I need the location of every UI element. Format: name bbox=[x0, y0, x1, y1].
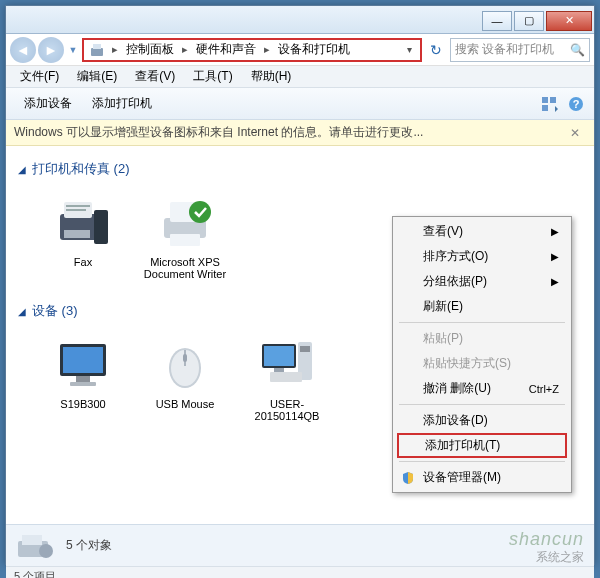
breadcrumb-item[interactable]: 控制面板 bbox=[124, 41, 176, 58]
toolbar-add-device[interactable]: 添加设备 bbox=[14, 91, 82, 116]
fax-icon bbox=[53, 192, 113, 252]
svg-rect-9 bbox=[94, 210, 108, 244]
ctx-add-device[interactable]: 添加设备(D) bbox=[395, 408, 569, 433]
infobar-text: Windows 可以显示增强型设备图标和来自 Internet 的信息。请单击进… bbox=[14, 124, 423, 141]
svg-point-16 bbox=[189, 201, 211, 223]
search-icon[interactable]: 🔍 bbox=[570, 43, 585, 57]
device-mouse[interactable]: USB Mouse bbox=[140, 334, 230, 422]
svg-point-33 bbox=[39, 544, 53, 558]
device-monitor[interactable]: S19B300 bbox=[38, 334, 128, 422]
breadcrumb-item[interactable]: 设备和打印机 bbox=[276, 41, 352, 58]
recent-pages-dropdown[interactable]: ▼ bbox=[66, 38, 80, 62]
device-computer[interactable]: USER-20150114QB bbox=[242, 334, 332, 422]
chevron-right-icon[interactable]: ▸ bbox=[178, 43, 192, 56]
menu-help[interactable]: 帮助(H) bbox=[243, 66, 300, 87]
window-controls: — ▢ ✕ bbox=[482, 9, 594, 31]
svg-rect-15 bbox=[170, 234, 200, 246]
svg-rect-30 bbox=[274, 368, 284, 372]
svg-rect-10 bbox=[64, 230, 90, 238]
collapse-icon[interactable]: ◢ bbox=[18, 306, 26, 317]
watermark-sub: 系统之家 bbox=[536, 549, 584, 566]
view-options-button[interactable] bbox=[540, 94, 560, 114]
forward-button[interactable]: ► bbox=[38, 37, 64, 63]
minimize-button[interactable]: — bbox=[482, 11, 512, 31]
refresh-button[interactable]: ↻ bbox=[424, 38, 448, 62]
menu-edit[interactable]: 编辑(E) bbox=[69, 66, 125, 87]
chevron-right-icon[interactable]: ▸ bbox=[108, 43, 122, 56]
breadcrumb-dropdown[interactable]: ▾ bbox=[403, 44, 416, 55]
section-title: 打印机和传真 (2) bbox=[32, 160, 130, 178]
infobar-close-icon[interactable]: ✕ bbox=[564, 126, 586, 140]
submenu-arrow-icon: ▶ bbox=[551, 226, 559, 237]
svg-rect-3 bbox=[550, 97, 556, 103]
svg-rect-20 bbox=[70, 382, 96, 386]
device-fax[interactable]: Fax bbox=[38, 192, 128, 280]
search-placeholder: 搜索 设备和打印机 bbox=[455, 41, 554, 58]
ctx-paste: 粘贴(P) bbox=[395, 326, 569, 351]
device-label: S19B300 bbox=[38, 398, 128, 410]
svg-rect-4 bbox=[542, 105, 548, 111]
toolbar: 添加设备 添加打印机 ? bbox=[6, 88, 594, 120]
status-text: 5 个对象 bbox=[66, 537, 112, 554]
ctx-add-printer[interactable]: 添加打印机(T) bbox=[397, 433, 567, 458]
context-menu: 查看(V)▶ 排序方式(O)▶ 分组依据(P)▶ 刷新(E) 粘贴(P) 粘贴快… bbox=[392, 216, 572, 493]
details-pane: 5 个对象 bbox=[6, 524, 594, 566]
printer-icon bbox=[155, 192, 215, 252]
device-label: Microsoft XPS Document Writer bbox=[140, 256, 230, 280]
infobar[interactable]: Windows 可以显示增强型设备图标和来自 Internet 的信息。请单击进… bbox=[6, 120, 594, 146]
device-xps-writer[interactable]: Microsoft XPS Document Writer bbox=[140, 192, 230, 280]
computer-icon bbox=[257, 334, 317, 394]
back-button[interactable]: ◄ bbox=[10, 37, 36, 63]
ctx-group[interactable]: 分组依据(P)▶ bbox=[395, 269, 569, 294]
shortcut-label: Ctrl+Z bbox=[529, 383, 559, 395]
submenu-arrow-icon: ▶ bbox=[551, 276, 559, 287]
help-button[interactable]: ? bbox=[566, 94, 586, 114]
search-input[interactable]: 搜索 设备和打印机 🔍 bbox=[450, 38, 590, 62]
submenu-arrow-icon: ▶ bbox=[551, 251, 559, 262]
monitor-icon bbox=[53, 334, 113, 394]
svg-text:?: ? bbox=[573, 98, 580, 110]
ctx-refresh[interactable]: 刷新(E) bbox=[395, 294, 569, 319]
titlebar[interactable]: — ▢ ✕ bbox=[6, 6, 594, 34]
collapse-icon[interactable]: ◢ bbox=[18, 164, 26, 175]
maximize-button[interactable]: ▢ bbox=[514, 11, 544, 31]
device-label: USER-20150114QB bbox=[242, 398, 332, 422]
toolbar-add-printer[interactable]: 添加打印机 bbox=[82, 91, 162, 116]
ctx-view[interactable]: 查看(V)▶ bbox=[395, 219, 569, 244]
separator bbox=[399, 461, 565, 462]
navbar: ◄ ► ▼ ▸ 控制面板 ▸ 硬件和声音 ▸ 设备和打印机 ▾ ↻ 搜索 设备和… bbox=[6, 34, 594, 66]
svg-rect-19 bbox=[76, 376, 90, 382]
chevron-right-icon[interactable]: ▸ bbox=[260, 43, 274, 56]
separator bbox=[399, 322, 565, 323]
menubar: 文件(F) 编辑(E) 查看(V) 工具(T) 帮助(H) bbox=[6, 66, 594, 88]
breadcrumb[interactable]: ▸ 控制面板 ▸ 硬件和声音 ▸ 设备和打印机 ▾ bbox=[82, 38, 422, 62]
close-button[interactable]: ✕ bbox=[546, 11, 592, 31]
menu-tools[interactable]: 工具(T) bbox=[185, 66, 240, 87]
mouse-icon bbox=[155, 334, 215, 394]
svg-rect-1 bbox=[93, 44, 101, 49]
devices-printers-icon bbox=[88, 41, 106, 59]
svg-rect-32 bbox=[22, 535, 42, 545]
device-label: Fax bbox=[38, 256, 128, 268]
ctx-device-manager[interactable]: 设备管理器(M) bbox=[395, 465, 569, 490]
device-label: USB Mouse bbox=[140, 398, 230, 410]
separator bbox=[399, 404, 565, 405]
statusbar: 5 个项目 bbox=[6, 566, 594, 578]
svg-rect-29 bbox=[270, 372, 302, 382]
svg-rect-28 bbox=[300, 346, 310, 352]
breadcrumb-item[interactable]: 硬件和声音 bbox=[194, 41, 258, 58]
ctx-undo-delete[interactable]: 撤消 删除(U)Ctrl+Z bbox=[395, 376, 569, 401]
svg-rect-11 bbox=[66, 205, 90, 207]
section-printers[interactable]: ◢ 打印机和传真 (2) bbox=[18, 154, 582, 184]
svg-rect-18 bbox=[63, 347, 103, 373]
explorer-window: — ▢ ✕ ◄ ► ▼ ▸ 控制面板 ▸ 硬件和声音 ▸ 设备和打印机 ▾ ↻ … bbox=[5, 5, 595, 565]
svg-rect-2 bbox=[542, 97, 548, 103]
ctx-paste-shortcut: 粘贴快捷方式(S) bbox=[395, 351, 569, 376]
menu-file[interactable]: 文件(F) bbox=[12, 66, 67, 87]
svg-rect-24 bbox=[183, 354, 187, 362]
watermark: shancun bbox=[509, 529, 584, 550]
menu-view[interactable]: 查看(V) bbox=[127, 66, 183, 87]
svg-rect-12 bbox=[66, 209, 86, 211]
ctx-sort[interactable]: 排序方式(O)▶ bbox=[395, 244, 569, 269]
shield-icon bbox=[401, 471, 415, 485]
